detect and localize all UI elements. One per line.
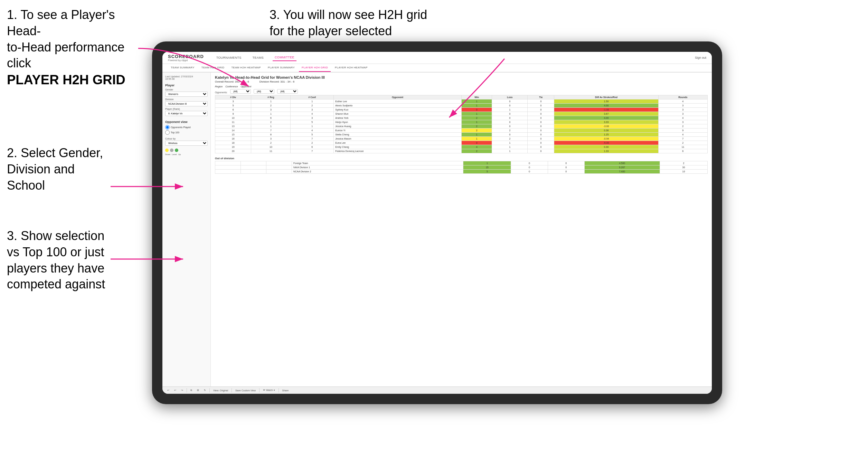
toolbar-copy[interactable]: ⧉: [189, 388, 194, 392]
table-row: 13 1 1 Jessica Huang 2 0 0 -3.00 2: [215, 124, 708, 128]
opponents-select[interactable]: (All): [230, 89, 251, 94]
sidebar-gender-label: Gender: [165, 88, 208, 91]
sidebar-player-rank-label: Player (Rank): [165, 108, 208, 110]
instruction-3b-line1: 3. Show selection: [7, 229, 104, 243]
table-row: 20 11 7 Federica Domecq Lacroze 2 1 0 1.…: [215, 149, 708, 153]
colour-up: [175, 149, 178, 152]
grid-records: Overall Record: 353 - 34 - 6 Division Re…: [215, 80, 708, 83]
th-loss: Loss: [492, 95, 528, 99]
sidebar-timestamp: Last Updated: 27/03/202416:55:38: [165, 75, 208, 80]
filter-conference-title: Conference: [225, 85, 238, 88]
toolbar-sep3: [232, 388, 232, 392]
sidebar-player-rank-select[interactable]: 8. Katelyn Vo: [165, 111, 208, 116]
table-row: 6 3 3 Sydney Kuo 0 1 0 -1.00 3: [215, 108, 708, 112]
tablet-screen: SCOREBOARD Powered by clippd TOURNAMENTS…: [162, 52, 712, 394]
tablet: SCOREBOARD Powered by clippd TOURNAMENTS…: [152, 41, 722, 404]
th-rounds: Rounds: [658, 95, 707, 99]
filter-group-region: Region: [215, 85, 223, 88]
colour-down: [165, 149, 169, 152]
sidebar-opponent-view-label: Opponent view: [165, 120, 208, 124]
nav-committee[interactable]: COMMITTEE: [273, 54, 296, 61]
logo: SCOREBOARD Powered by clippd: [168, 54, 204, 61]
toolbar-watch[interactable]: 👁 Watch ▾: [262, 388, 276, 392]
conference-select[interactable]: (All): [254, 89, 274, 94]
colour-level: [170, 149, 173, 152]
sidebar-opponent-radio-group: Opponents Played Top 100: [165, 125, 208, 135]
nav-bar: SCOREBOARD Powered by clippd TOURNAMENTS…: [162, 52, 712, 64]
th-div: # Div: [215, 95, 251, 99]
filter-row: Region Conference Opponent: [215, 85, 708, 88]
sub-nav-team-summary[interactable]: TEAM SUMMARY: [168, 64, 197, 72]
sub-nav-team-h2h-heatmap[interactable]: TEAM H2H HEATMAP: [228, 64, 264, 72]
instruction-3b-line2: vs Top 100 or just: [7, 245, 104, 259]
filter-region-title: Region: [215, 85, 223, 88]
h2h-table: # Div # Reg # Conf Opponent Win Loss Tie…: [215, 95, 708, 153]
sidebar: Last Updated: 27/03/202416:55:38 Player …: [162, 73, 211, 387]
sub-nav-player-h2h-heatmap[interactable]: PLAYER H2H HEATMAP: [332, 64, 370, 72]
instructions-mid-left: 2. Select Gender, Division and School: [7, 145, 103, 193]
th-reg: # Reg: [251, 95, 291, 99]
instruction-2-line3: School: [7, 178, 45, 192]
toolbar-sep1: [187, 388, 187, 392]
sub-nav: TEAM SUMMARY TEAM H2H GRID TEAM H2H HEAT…: [162, 64, 712, 73]
colour-circles: [165, 149, 208, 152]
filter-opponent-title: Opponent: [240, 85, 251, 88]
sidebar-radio-opponents-played[interactable]: Opponents Played: [165, 125, 208, 130]
nav-tournaments[interactable]: TOURNAMENTS: [214, 55, 244, 61]
toolbar-sep4: [259, 388, 260, 392]
main-content: Last Updated: 27/03/202416:55:38 Player …: [162, 73, 712, 387]
table-row: 19 10 6 Emily Chang 4 1 0 0.30 11: [215, 145, 708, 149]
sidebar-division-select[interactable]: NCAA Division III: [165, 101, 208, 106]
overall-record-label: Overall Record: 353 - 34 - 6: [215, 80, 249, 83]
filter-group-conference: Conference: [225, 85, 238, 88]
table-row: 3 1 1 Esther Lee 1 0 0 1.50 4: [215, 99, 708, 104]
ood-table-row: Foreign Team 1 0 0 4.500 2: [215, 161, 708, 165]
toolbar-sep5: [279, 388, 279, 392]
toolbar-grid[interactable]: ⊞: [196, 388, 200, 392]
instruction-3-line2: for the player selected: [270, 24, 392, 38]
out-of-division-title: Out of division: [215, 157, 708, 160]
opponent-filter-select[interactable]: (All): [277, 89, 298, 94]
table-row: 14 7 4 Eunice Yi 2 2 0 0.38 9: [215, 128, 708, 133]
table-row: 10 6 3 Andrea York 2 0 0 4.00 4: [215, 116, 708, 120]
instruction-1-line1: 1. To see a Player's Head-: [7, 8, 115, 38]
toolbar-redo[interactable]: ↪: [180, 388, 185, 392]
toolbar-save-custom[interactable]: Save Custom View: [234, 389, 257, 392]
toolbar-undo2[interactable]: ↩: [173, 388, 178, 392]
sidebar-player-label: Player: [165, 84, 208, 87]
instructions-top-right: 3. You will now see H2H grid for the pla…: [270, 7, 427, 39]
logo-main: SCOREBOARD: [168, 54, 204, 59]
toolbar-refresh[interactable]: ↻: [202, 388, 207, 392]
grid-title: Katelyn Vo Head-to-Head Grid for Women's…: [215, 75, 708, 79]
th-win: Win: [462, 95, 492, 99]
sub-nav-player-h2h-grid[interactable]: PLAYER H2H GRID: [299, 64, 331, 72]
sub-nav-player-summary[interactable]: PLAYER SUMMARY: [265, 64, 298, 72]
logo-sub: Powered by clippd: [168, 59, 204, 61]
division-record-label: Division Record: 331 - 34 - 6: [260, 80, 294, 83]
nav-sign-in[interactable]: Sign out: [695, 56, 706, 59]
sub-nav-team-h2h-grid[interactable]: TEAM H2H GRID: [199, 64, 227, 72]
table-row: 16 3 7 Jessica Mason 1 2 0 -0.94 7: [215, 137, 708, 141]
sidebar-colour-by-select[interactable]: Win/loss: [165, 141, 208, 146]
instruction-1-bold: PLAYER H2H GRID: [7, 73, 125, 87]
table-row: 11 2 5 Heejo Hyun 1 0 0 3.33 3: [215, 120, 708, 124]
sidebar-colour-by-label: Colour by: [165, 137, 208, 140]
sidebar-gender-select[interactable]: Women's: [165, 92, 208, 97]
toolbar-undo[interactable]: ↩: [166, 388, 171, 392]
opponents-label: Opponents:: [215, 91, 227, 94]
instruction-2-line1: 2. Select Gender,: [7, 146, 103, 160]
sidebar-division-label: Division: [165, 98, 208, 101]
out-of-division-table: Foreign Team 1 0 0 4.500 2 NAIA Division…: [215, 161, 708, 174]
instruction-3b-line3: players they have: [7, 261, 104, 275]
instruction-3b-line4: competed against: [7, 277, 105, 291]
ood-table-row: NAIA Division 1 15 0 0 9.267 30: [215, 165, 708, 170]
sidebar-radio-top100[interactable]: Top 100: [165, 130, 208, 135]
filter-selects-row: Opponents: (All) (All) (All): [215, 89, 708, 94]
instruction-1-line2: to-Head performance click: [7, 40, 124, 70]
toolbar: ↩ ↩ ↪ ⧉ ⊞ ↻ View: Original Save Custom V…: [162, 387, 712, 394]
nav-teams[interactable]: TEAMS: [251, 55, 266, 61]
toolbar-share[interactable]: Share: [281, 389, 290, 392]
filter-group-opponent: Opponent: [240, 85, 251, 88]
th-tie: Tie: [528, 95, 554, 99]
toolbar-view-original[interactable]: View: Original: [212, 389, 229, 392]
